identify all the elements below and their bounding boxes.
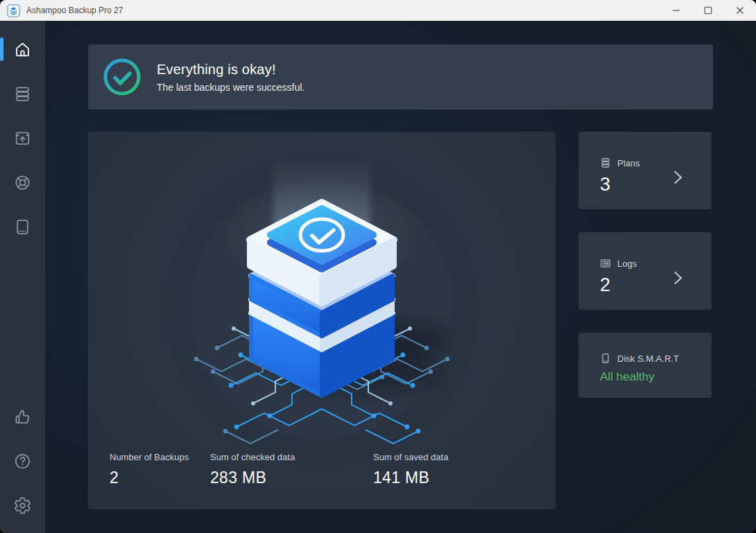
stat-number-of-backups: Number of Backups 2 — [110, 452, 189, 487]
stat-label: Number of Backups — [110, 452, 189, 462]
sidebar-item-feedback[interactable] — [0, 394, 45, 439]
banner-subtitle: The last backups were successful. — [157, 82, 304, 93]
close-icon — [736, 6, 744, 15]
app-window: Ashampoo Backup Pro 27 — [0, 0, 756, 533]
summary-column: Plans 3 Logs — [578, 132, 712, 509]
disk-smart-card: Disk S.M.A.R.T All healthy — [578, 333, 712, 398]
disk-drive-icon — [600, 353, 611, 364]
main-content: Everything is okay! The last backups wer… — [45, 21, 756, 533]
stat-label: Sum of checked data — [210, 452, 295, 462]
logs-card[interactable]: Logs 2 — [578, 232, 712, 310]
maximize-button[interactable] — [692, 0, 724, 21]
titlebar: Ashampoo Backup Pro 27 — [0, 0, 756, 21]
sidebar-item-disk[interactable] — [0, 204, 45, 249]
sidebar-item-backup-plans[interactable] — [0, 71, 45, 116]
plans-count: 3 — [600, 174, 712, 195]
help-icon — [13, 452, 32, 471]
chevron-right-icon — [667, 167, 688, 188]
status-banner: Everything is okay! The last backups wer… — [88, 44, 713, 110]
app-logo-icon — [7, 4, 20, 17]
stat-checked-data: Sum of checked data 283 MB — [210, 452, 295, 487]
logs-chevron[interactable] — [667, 268, 688, 291]
rescue-disc-icon — [13, 173, 32, 192]
window-title: Ashampoo Backup Pro 27 — [26, 6, 123, 15]
stat-label: Sum of saved data — [373, 452, 448, 462]
stat-value: 2 — [110, 469, 189, 487]
plans-chevron[interactable] — [667, 167, 688, 191]
stat-value: 141 MB — [373, 469, 448, 487]
sidebar — [0, 21, 45, 533]
home-icon — [13, 40, 32, 59]
minimize-button[interactable] — [660, 0, 692, 21]
sidebar-spacer — [0, 249, 45, 394]
sidebar-item-home[interactable] — [0, 27, 45, 71]
logs-list-icon — [600, 258, 611, 269]
close-button[interactable] — [724, 0, 756, 21]
maximize-icon — [704, 6, 712, 15]
sidebar-item-rescue-disc[interactable] — [0, 160, 45, 204]
stat-value: 283 MB — [210, 469, 295, 487]
logs-count: 2 — [600, 274, 712, 296]
success-check-icon — [103, 58, 141, 96]
restore-icon — [13, 129, 32, 148]
sidebar-item-settings[interactable] — [0, 483, 45, 527]
server-stack — [250, 202, 394, 396]
feedback-thumbs-up-icon — [13, 408, 32, 426]
chevron-right-icon — [667, 268, 688, 288]
disk-icon — [13, 218, 32, 236]
sidebar-item-restore[interactable] — [0, 116, 45, 160]
plans-database-icon — [600, 157, 611, 168]
logs-card-label: Logs — [617, 259, 637, 269]
disk-smart-status: All healthy — [600, 370, 712, 384]
plans-card[interactable]: Plans 3 — [578, 132, 712, 209]
overview-card: Number of Backups 2 Sum of checked data … — [88, 132, 556, 509]
minimize-icon — [672, 6, 680, 15]
backup-plans-icon — [13, 85, 32, 103]
window-controls — [660, 0, 756, 21]
banner-title: Everything is okay! — [157, 62, 304, 78]
stat-saved-data: Sum of saved data 141 MB — [373, 452, 448, 487]
sidebar-item-help[interactable] — [0, 439, 45, 483]
settings-gear-icon — [13, 496, 32, 515]
disk-smart-label: Disk S.M.A.R.T — [617, 353, 679, 364]
backup-stats: Number of Backups 2 Sum of checked data … — [110, 452, 534, 493]
plans-card-label: Plans — [617, 158, 640, 168]
active-indicator — [0, 37, 3, 61]
